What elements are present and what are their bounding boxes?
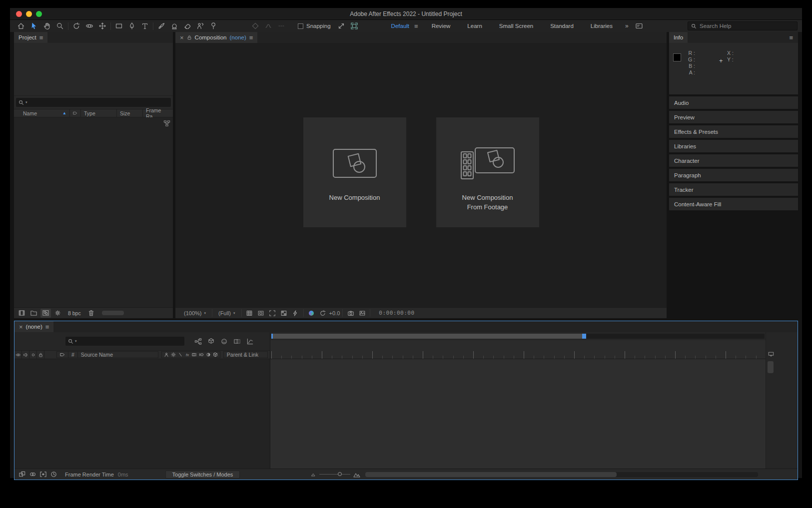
column-size[interactable]: Size — [117, 109, 143, 117]
composition-panel-menu-icon[interactable]: ≡ — [249, 34, 253, 41]
zoom-slider-knob[interactable] — [338, 472, 342, 476]
pan-behind-tool-icon[interactable] — [96, 20, 109, 31]
workspace-tab-small-screen[interactable]: Small Screen — [491, 23, 542, 29]
frame-blending-icon[interactable] — [191, 352, 198, 358]
timeline-horizontal-scrollbar[interactable] — [365, 472, 758, 477]
close-icon[interactable]: × — [180, 34, 184, 41]
panel-tab-effects-presets[interactable]: Effects & Presets — [669, 125, 798, 138]
camera-tool-icon[interactable] — [83, 20, 96, 31]
time-navigator-track[interactable] — [271, 334, 765, 339]
panel-tab-paragraph[interactable]: Paragraph — [669, 169, 798, 181]
project-flowchart-icon[interactable] — [163, 120, 170, 129]
number-column[interactable]: # — [68, 352, 78, 358]
help-search-input[interactable] — [700, 23, 794, 29]
audio-icon[interactable] — [22, 351, 29, 359]
roto-brush-tool-icon[interactable] — [194, 20, 207, 31]
horizontal-scroll-thumb[interactable] — [365, 472, 617, 477]
zoom-slider[interactable] — [319, 474, 350, 475]
tab-project[interactable]: Project ≡ — [14, 32, 47, 43]
project-panel-menu-icon[interactable]: ≡ — [39, 34, 43, 41]
resolution-dropdown[interactable]: (Full) ▾ — [215, 310, 239, 316]
snapshot-icon[interactable] — [345, 309, 356, 318]
minimize-window-button[interactable] — [26, 11, 32, 17]
search-options-icon[interactable]: ▾ — [75, 339, 77, 343]
puppet-pin-tool-icon[interactable] — [207, 20, 220, 31]
selection-tool-icon[interactable] — [27, 20, 40, 31]
collapse-transformations-icon[interactable] — [170, 352, 177, 358]
adjustment-layer-icon[interactable] — [205, 352, 212, 358]
render-time-icon[interactable] — [48, 470, 59, 479]
timeline-search-input[interactable] — [78, 338, 182, 344]
time-ruler[interactable] — [270, 340, 766, 359]
in-out-duration-pane-icon[interactable] — [38, 470, 48, 479]
panel-tab-character[interactable]: Character — [669, 154, 798, 167]
close-window-button[interactable] — [16, 11, 22, 17]
shy-icon[interactable] — [163, 352, 170, 358]
toggle-switches-modes-button[interactable]: Toggle Switches / Modes — [165, 471, 240, 479]
rotation-tool-icon[interactable] — [70, 20, 83, 31]
panel-tab-audio[interactable]: Audio — [669, 96, 798, 109]
comp-marker-bin-icon[interactable] — [768, 350, 774, 359]
time-navigator-end-handle[interactable] — [582, 334, 586, 339]
manage-workspaces-icon[interactable] — [633, 20, 646, 31]
column-type[interactable]: Type — [81, 109, 117, 117]
lock-icon[interactable] — [37, 351, 44, 359]
interpret-footage-icon[interactable] — [16, 309, 27, 318]
rectangle-tool-icon[interactable] — [112, 20, 125, 31]
search-options-icon[interactable]: ▾ — [25, 100, 27, 104]
panel-tab-libraries[interactable]: Libraries — [669, 140, 798, 152]
source-name-column[interactable]: Source Name — [78, 352, 158, 358]
hand-tool-icon[interactable] — [40, 20, 53, 31]
snapping-label[interactable]: Snapping — [306, 23, 331, 29]
workspace-overflow-icon[interactable]: » — [621, 22, 633, 29]
reset-exposure-icon[interactable] — [318, 309, 328, 318]
column-frame-rate[interactable]: Frame Ra.. — [143, 109, 173, 117]
panel-tab-content-aware-fill[interactable]: Content-Aware Fill — [669, 198, 798, 210]
exposure-value[interactable]: +0.0 — [329, 310, 340, 316]
show-snapshot-icon[interactable] — [357, 309, 367, 318]
timeline-panel-menu-icon[interactable]: ≡ — [45, 324, 49, 330]
time-navigator-bar[interactable] — [271, 334, 582, 339]
mini-flowchart-icon[interactable] — [191, 336, 204, 346]
snap-frame-icon[interactable] — [348, 20, 361, 31]
mask-visibility-icon[interactable] — [256, 309, 266, 318]
magnification-dropdown[interactable]: (100%) ▾ — [180, 310, 209, 316]
tab-info[interactable]: Info — [669, 32, 688, 43]
snap-angle-icon[interactable] — [335, 20, 348, 31]
clone-stamp-tool-icon[interactable] — [168, 20, 181, 31]
transparency-grid-icon[interactable] — [279, 309, 289, 318]
region-of-interest-icon[interactable] — [267, 309, 278, 318]
shy-layers-icon[interactable] — [217, 336, 230, 346]
pen-tool-icon[interactable] — [125, 20, 138, 31]
brush-tool-icon[interactable] — [155, 20, 168, 31]
motion-blur-icon[interactable] — [198, 352, 205, 358]
project-settings-icon[interactable] — [52, 309, 63, 318]
frame-blending-icon[interactable] — [230, 336, 243, 346]
video-visibility-icon[interactable] — [14, 351, 22, 359]
zoom-window-button[interactable] — [36, 11, 42, 17]
column-label-color[interactable] — [70, 109, 81, 117]
new-composition-from-footage-card[interactable]: New Composition From Footage — [436, 117, 539, 227]
tab-timeline[interactable]: × (none) ≡ — [14, 321, 53, 332]
panel-tab-preview[interactable]: Preview — [669, 111, 798, 123]
workspace-tab-standard[interactable]: Standard — [542, 23, 582, 29]
label-column[interactable] — [57, 352, 68, 358]
vertical-scrollbar[interactable] — [768, 361, 774, 373]
delete-icon[interactable] — [86, 309, 96, 318]
project-search-input[interactable] — [29, 99, 168, 105]
panel-tab-tracker[interactable]: Tracker — [669, 183, 798, 196]
layer-switches-pane-icon[interactable] — [17, 470, 27, 479]
zoom-out-mountain-icon[interactable] — [311, 472, 316, 477]
snapping-checkbox[interactable] — [298, 23, 303, 29]
fast-previews-icon[interactable] — [290, 309, 301, 318]
workspace-tab-default[interactable]: Default — [383, 23, 413, 29]
info-panel-menu-icon[interactable]: ≡ — [789, 34, 798, 41]
project-horizontal-scrollbar[interactable] — [102, 311, 124, 315]
workspace-menu-icon[interactable]: ≡ — [413, 23, 423, 29]
graph-editor-icon[interactable] — [243, 336, 256, 346]
new-composition-icon[interactable] — [40, 309, 51, 318]
color-management-icon[interactable] — [306, 309, 317, 318]
grid-guides-icon[interactable] — [244, 309, 255, 318]
column-name[interactable]: Name ▲ — [14, 109, 70, 117]
quality-icon[interactable] — [177, 352, 184, 358]
